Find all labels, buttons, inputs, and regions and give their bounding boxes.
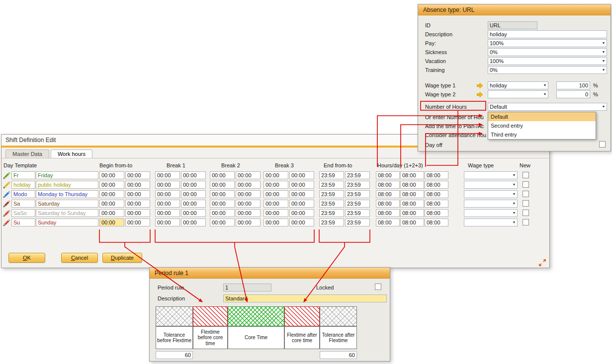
begin-time[interactable]: 00:00 (125, 190, 150, 198)
break3-time[interactable]: 00:00 (263, 190, 288, 198)
id-field[interactable]: URL (488, 21, 537, 29)
break3-time[interactable]: 00:00 (289, 181, 314, 189)
break1-time[interactable]: 00:00 (155, 200, 180, 208)
hours-per-day[interactable]: 08:00 (400, 181, 424, 189)
wage-type-combo[interactable]: ▼ (464, 209, 518, 217)
new-checkbox[interactable] (523, 172, 529, 178)
ok-button[interactable]: OK (8, 253, 45, 263)
end-time[interactable]: 23:59 (345, 209, 370, 217)
training-combo[interactable]: 0%▼ (488, 66, 607, 74)
break3-time[interactable]: 00:00 (263, 200, 288, 208)
window-title-bar[interactable]: Period rule 1 (150, 268, 390, 279)
day-template-code[interactable]: Fr (11, 171, 35, 179)
hours-per-day[interactable]: 08:00 (425, 171, 448, 179)
hours-per-day[interactable]: 08:00 (425, 190, 448, 198)
hours-per-day[interactable]: 08:00 (376, 218, 400, 226)
description-field[interactable]: Standard (223, 294, 387, 302)
hours-per-day[interactable]: 08:00 (400, 190, 424, 198)
day-template-code[interactable]: SaSo (11, 209, 35, 217)
hours-per-day[interactable]: 08:00 (376, 171, 400, 179)
begin-time[interactable]: 00:00 (99, 171, 124, 179)
end-time[interactable]: 23:59 (345, 181, 370, 189)
begin-time[interactable]: 00:00 (125, 200, 150, 208)
break1-time[interactable]: 00:00 (181, 181, 206, 189)
end-time[interactable]: 23:59 (345, 190, 370, 198)
dropdown-option-default[interactable]: Default (488, 112, 596, 121)
hours-per-day[interactable]: 08:00 (400, 218, 424, 226)
new-checkbox[interactable] (523, 181, 529, 188)
break1-time[interactable]: 00:00 (155, 190, 180, 198)
day-off-checkbox[interactable] (599, 141, 606, 147)
break2-time[interactable]: 00:00 (236, 190, 261, 198)
wage-type-combo[interactable]: ▼ (464, 181, 518, 189)
day-template-code[interactable]: Modo (11, 190, 35, 198)
begin-time[interactable]: 00:00 (99, 190, 124, 198)
break2-time[interactable]: 00:00 (210, 218, 235, 226)
break3-time[interactable]: 00:00 (289, 200, 314, 208)
day-template-name[interactable]: Friday (36, 171, 98, 179)
day-template-name[interactable]: public holiday (36, 181, 98, 189)
new-checkbox[interactable] (523, 210, 529, 216)
begin-time[interactable]: 00:00 (125, 218, 150, 226)
break1-time[interactable]: 00:00 (181, 200, 206, 208)
end-time[interactable]: 23:59 (319, 171, 344, 179)
break1-time[interactable]: 00:00 (181, 218, 206, 226)
duplicate-button[interactable]: Duplicate (102, 253, 142, 263)
day-template-name[interactable]: Sunday (36, 218, 98, 226)
day-template-code[interactable]: Sa (11, 200, 35, 208)
hours-per-day[interactable]: 08:00 (425, 209, 448, 217)
end-time[interactable]: 23:59 (319, 190, 344, 198)
break1-time[interactable]: 00:00 (155, 209, 180, 217)
end-time[interactable]: 23:59 (345, 200, 370, 208)
dropdown-option-third-entry[interactable]: Third entry (488, 130, 596, 139)
begin-time[interactable]: 00:00 (99, 209, 124, 217)
hours-per-day[interactable]: 08:00 (376, 209, 400, 217)
wage-type-1-combo[interactable]: holiday▼ (488, 81, 548, 89)
begin-time[interactable]: 00:00 (99, 200, 124, 208)
break2-time[interactable]: 00:00 (210, 190, 235, 198)
break1-time[interactable]: 00:00 (181, 171, 206, 179)
new-checkbox[interactable] (523, 191, 529, 197)
wage-type-combo[interactable]: ▼ (464, 218, 518, 226)
dropdown-option-second-entry[interactable]: Second entry (488, 121, 596, 130)
hours-per-day[interactable]: 08:00 (400, 209, 424, 217)
hours-per-day[interactable]: 08:00 (400, 200, 424, 208)
end-time[interactable]: 23:59 (345, 218, 370, 226)
wage-type-1-percent-field[interactable]: 100 (556, 81, 590, 89)
end-time[interactable]: 23:59 (345, 171, 370, 179)
hours-per-day[interactable]: 08:00 (425, 200, 448, 208)
wage-type-combo[interactable]: ▼ (464, 190, 518, 198)
begin-time[interactable]: 00:00 (125, 171, 150, 179)
break1-time[interactable]: 00:00 (181, 209, 206, 217)
sickness-combo[interactable]: 0%▼ (488, 48, 607, 56)
break2-time[interactable]: 00:00 (210, 200, 235, 208)
end-time[interactable]: 23:59 (319, 200, 344, 208)
break1-time[interactable]: 00:00 (155, 218, 180, 226)
break3-time[interactable]: 00:00 (289, 190, 314, 198)
description-field[interactable]: holiday (488, 30, 607, 38)
begin-time[interactable]: 00:00 (99, 181, 124, 189)
break3-time[interactable]: 00:00 (263, 218, 288, 226)
break2-time[interactable]: 00:00 (236, 209, 261, 217)
pay-combo[interactable]: 100%▼ (488, 39, 607, 47)
hours-per-day[interactable]: 08:00 (376, 181, 400, 189)
break3-time[interactable]: 00:00 (263, 181, 288, 189)
break1-time[interactable]: 00:00 (155, 181, 180, 189)
break2-time[interactable]: 00:00 (236, 171, 261, 179)
new-checkbox[interactable] (523, 219, 529, 225)
wage-type-2-percent-field[interactable]: 0 (556, 90, 590, 98)
day-template-name[interactable]: Saturday to Sunday (36, 209, 98, 217)
begin-time[interactable]: 00:00 (125, 181, 150, 189)
break2-time[interactable]: 00:00 (210, 181, 235, 189)
hours-per-day[interactable]: 08:00 (425, 181, 448, 189)
break2-time[interactable]: 00:00 (210, 209, 235, 217)
break1-time[interactable]: 00:00 (181, 190, 206, 198)
day-template-name[interactable]: Monday to Thursday (36, 190, 98, 198)
vacation-combo[interactable]: 100%▼ (488, 57, 607, 65)
break2-time[interactable]: 00:00 (236, 200, 261, 208)
end-time[interactable]: 23:59 (319, 218, 344, 226)
new-checkbox[interactable] (523, 200, 529, 207)
break3-time[interactable]: 00:00 (263, 171, 288, 179)
tolerance-after-input[interactable]: 60 (320, 351, 357, 359)
break2-time[interactable]: 00:00 (236, 181, 261, 189)
